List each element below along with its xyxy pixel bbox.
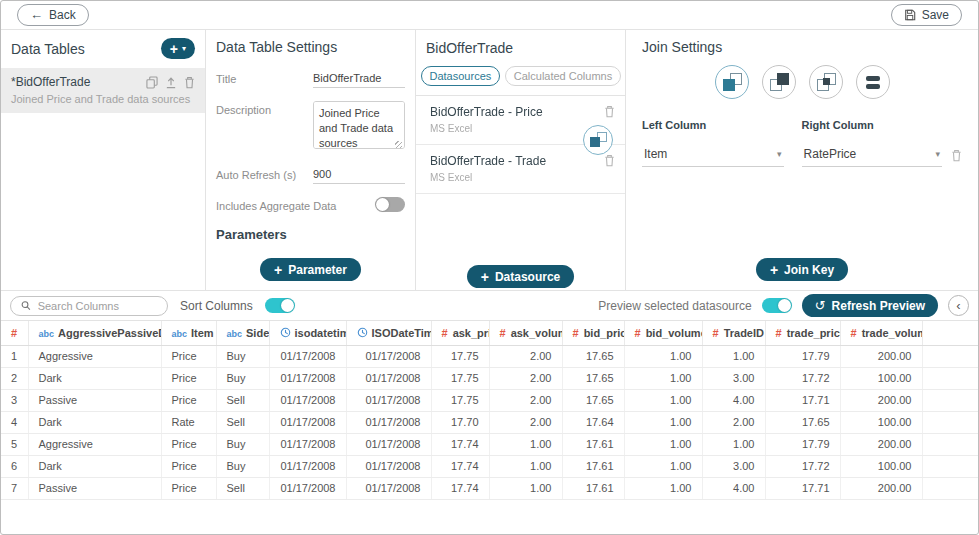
aggregate-data-toggle[interactable] [375, 197, 405, 212]
save-label: Save [922, 7, 949, 23]
title-input[interactable] [313, 70, 405, 88]
data-tables-title: Data Tables [11, 41, 85, 57]
table-cell-filler [922, 456, 978, 478]
data-table-name: *BidOfferTrade [11, 75, 146, 89]
delete-datasource-icon[interactable] [604, 154, 615, 167]
numeric-type-icon: # [776, 327, 782, 339]
numeric-type-icon: # [11, 327, 17, 339]
table-cell: 17.70 [431, 412, 489, 434]
column-header-bid_volume[interactable]: #bid_volume [624, 321, 702, 346]
table-cell: 01/17/2008 [269, 412, 346, 434]
data-table-settings-panel: Data Table Settings Title Description Jo… [206, 30, 416, 290]
add-parameter-button[interactable]: + Parameter [260, 258, 361, 281]
plus-icon: + [770, 262, 778, 278]
join-type-selector [642, 65, 962, 99]
resize-grip-icon[interactable] [395, 141, 402, 148]
delete-datasource-icon[interactable] [604, 105, 615, 118]
column-header-ask_price[interactable]: #ask_price [431, 321, 489, 346]
auto-refresh-input[interactable] [313, 166, 405, 184]
table-cell: Aggressive [28, 346, 161, 368]
search-icon [21, 300, 31, 311]
collapse-preview-button[interactable]: ‹ [948, 295, 969, 316]
tab-calculated-columns[interactable]: Calculated Columns [505, 66, 621, 86]
left-column-select[interactable]: Item ▾ [642, 144, 784, 167]
left-join-icon[interactable] [715, 65, 749, 99]
table-cell: Buy [216, 346, 269, 368]
table-cell: 7 [1, 478, 28, 500]
column-header-AggressivePassiveDark[interactable]: abcAggressivePassiveDark [28, 321, 161, 346]
delete-icon[interactable] [184, 76, 195, 89]
numeric-type-icon: # [573, 327, 579, 339]
table-header-row: #abcAggressivePassiveDarkabcItemabcSidei… [1, 321, 978, 346]
datasource-name: BidOfferTrade - Price [430, 105, 604, 119]
table-cell: Price [161, 390, 216, 412]
datasource-type: MS Excel [430, 123, 604, 134]
table-cell: 01/17/2008 [346, 478, 431, 500]
table-cell: 100.00 [840, 456, 922, 478]
back-arrow-icon: ← [30, 7, 43, 23]
column-header-trade_price[interactable]: #trade_price [765, 321, 840, 346]
right-column-select[interactable]: RatePrice ▾ [802, 144, 942, 167]
back-button[interactable]: ← Back [17, 4, 89, 26]
table-row: 5AggressivePriceBuy01/17/200801/17/20081… [1, 434, 978, 456]
table-cell: 01/17/2008 [269, 368, 346, 390]
preview-selected-label: Preview selected datasource [598, 299, 751, 313]
table-row: 6DarkPriceBuy01/17/200801/17/200817.741.… [1, 456, 978, 478]
table-cell: 1 [1, 346, 28, 368]
add-join-key-button[interactable]: + Join Key [756, 258, 848, 281]
table-cell: 01/17/2008 [346, 412, 431, 434]
right-column-label: Right Column [802, 119, 962, 131]
auto-refresh-label: Auto Refresh (s) [216, 166, 313, 181]
table-cell: 200.00 [840, 434, 922, 456]
table-cell: 17.75 [431, 390, 489, 412]
right-join-icon[interactable] [762, 65, 796, 99]
back-label: Back [49, 7, 76, 23]
delete-join-key-icon[interactable] [951, 149, 962, 162]
column-header-ISODateTime[interactable]: ISODateTime [346, 321, 431, 346]
add-data-table-button[interactable]: + ▾ [161, 38, 195, 59]
table-cell-filler [922, 368, 978, 390]
table-cell: Price [161, 456, 216, 478]
table-cell: Buy [216, 434, 269, 456]
column-header-Side[interactable]: abcSide [216, 321, 269, 346]
refresh-preview-button[interactable]: ↺ Refresh Preview [802, 294, 938, 317]
table-cell: 17.61 [562, 456, 624, 478]
settings-panels: Data Tables + ▾ *BidOfferTrade Joined Pr… [1, 30, 978, 291]
column-header-rownum[interactable]: # [1, 321, 28, 346]
union-icon[interactable] [856, 65, 890, 99]
search-columns-box[interactable] [10, 296, 168, 316]
table-cell: 17.64 [562, 412, 624, 434]
add-datasource-button[interactable]: + Datasource [467, 265, 575, 288]
plus-icon: + [274, 262, 282, 278]
preview-selected-toggle[interactable] [762, 298, 792, 313]
data-table-list-item[interactable]: *BidOfferTrade Joined Price and Trade da… [1, 68, 205, 113]
column-header-ask_volume[interactable]: #ask_volume [489, 321, 562, 346]
chevron-down-icon: ▾ [935, 149, 940, 159]
left-column-value: Item [644, 147, 667, 161]
sort-columns-toggle[interactable] [265, 298, 295, 313]
table-cell: 1.00 [624, 478, 702, 500]
copy-icon[interactable] [146, 76, 158, 89]
table-cell: Aggressive [28, 434, 161, 456]
table-cell: Dark [28, 368, 161, 390]
inner-join-icon[interactable] [809, 65, 843, 99]
table-cell-filler [922, 434, 978, 456]
column-header-TradeID[interactable]: #TradeID [702, 321, 765, 346]
table-cell: Price [161, 346, 216, 368]
app-window: ← Back Save Data Tables + ▾ *BidOfferTra… [0, 0, 979, 535]
tab-datasources[interactable]: Datasources [421, 66, 500, 86]
column-header-isodatetime[interactable]: isodatetime [269, 321, 346, 346]
column-header-trade_volume[interactable]: #trade_volume [840, 321, 922, 346]
upload-icon[interactable] [165, 76, 177, 89]
column-header-bid_price[interactable]: #bid_price [562, 321, 624, 346]
table-cell-filler [922, 346, 978, 368]
datasource-tabs: Datasources Calculated Columns Debug [416, 66, 625, 96]
description-input[interactable]: Joined Price and Trade data sources [313, 101, 405, 149]
column-header-Item[interactable]: abcItem [161, 321, 216, 346]
table-cell: 1.00 [624, 412, 702, 434]
search-columns-input[interactable] [38, 300, 157, 312]
table-cell: 100.00 [840, 368, 922, 390]
join-indicator-icon[interactable] [583, 125, 613, 155]
text-type-icon: abc [227, 329, 243, 339]
save-button[interactable]: Save [891, 4, 962, 26]
